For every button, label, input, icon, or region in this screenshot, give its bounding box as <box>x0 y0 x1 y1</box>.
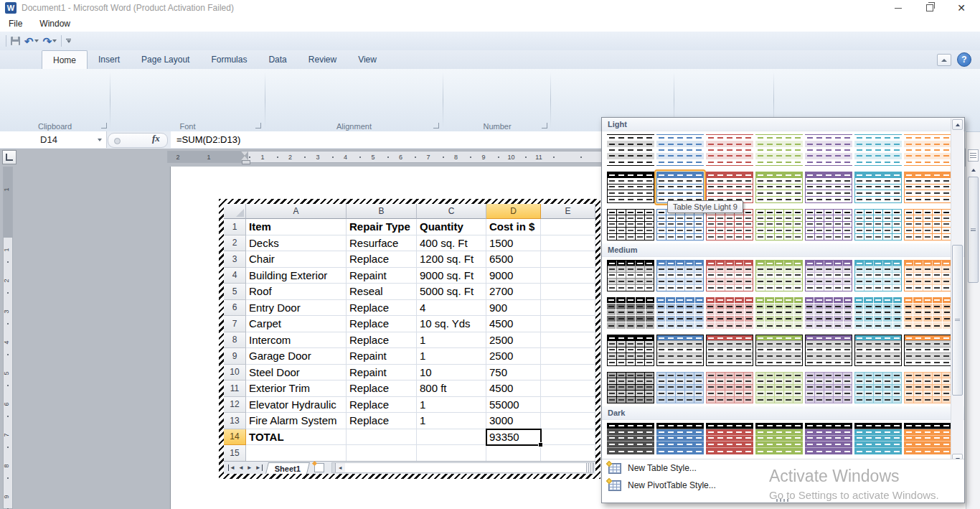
table-style-swatch[interactable] <box>607 172 654 203</box>
cell-E6[interactable] <box>541 300 595 317</box>
column-header-B[interactable]: B <box>347 204 417 219</box>
scrollbar-thumb[interactable] <box>968 177 979 283</box>
cell-C9[interactable]: 1 <box>417 348 486 365</box>
cell-A12[interactable]: Elevator Hydraulic <box>246 397 347 414</box>
cell-B9[interactable]: Repaint <box>347 348 417 365</box>
table-style-swatch[interactable] <box>706 260 753 291</box>
table-style-swatch[interactable] <box>805 423 852 454</box>
cell-B2[interactable]: Resurface <box>347 235 417 252</box>
cell-A4[interactable]: Building Exterior <box>246 268 347 284</box>
cell-C1[interactable]: Quantity <box>417 219 486 235</box>
cell-E15[interactable] <box>541 445 595 462</box>
gallery-scrollbar[interactable] <box>951 118 963 466</box>
table-style-swatch[interactable] <box>607 209 654 241</box>
table-style-swatch[interactable] <box>755 372 803 403</box>
cell-B7[interactable]: Replace <box>347 316 417 332</box>
row-header-13[interactable]: 13 <box>224 413 246 429</box>
scrollbar-grip[interactable] <box>586 463 593 472</box>
cell-E5[interactable] <box>541 284 595 300</box>
row-header-10[interactable]: 10 <box>224 365 246 381</box>
insert-worksheet-button[interactable] <box>314 463 324 472</box>
table-style-swatch[interactable] <box>755 209 803 241</box>
column-header-A[interactable]: A <box>246 204 347 219</box>
table-style-swatch[interactable] <box>706 134 753 166</box>
table-style-swatch[interactable] <box>854 209 902 241</box>
cell-A9[interactable]: Garage Door <box>246 348 347 365</box>
new-table-style-item[interactable]: New Table Style... <box>602 459 964 477</box>
cell-C2[interactable]: 400 sq. Ft <box>417 235 486 252</box>
table-style-swatch[interactable] <box>805 297 852 329</box>
tab-data[interactable]: Data <box>258 50 297 69</box>
gallery-resize-gripper[interactable] <box>776 499 791 502</box>
cell-C11[interactable]: 800 ft <box>417 380 486 397</box>
cell-C6[interactable]: 4 <box>417 300 486 317</box>
table-style-swatch[interactable] <box>805 372 852 403</box>
table-style-swatch[interactable] <box>755 335 803 366</box>
cell-D3[interactable]: 6500 <box>486 251 541 268</box>
cell-A2[interactable]: Decks <box>246 235 347 252</box>
dialog-launcher-icon[interactable] <box>433 123 439 129</box>
cell-D13[interactable]: 3000 <box>486 413 541 429</box>
cell-D4[interactable]: 9000 <box>486 268 541 284</box>
row-header-9[interactable]: 9 <box>224 348 246 365</box>
column-header-C[interactable]: C <box>417 204 486 219</box>
table-style-swatch[interactable] <box>607 134 654 166</box>
table-style-swatch[interactable] <box>656 372 704 403</box>
cell-C5[interactable]: 5000 sq. Ft <box>417 284 486 300</box>
select-all-corner[interactable] <box>224 204 246 219</box>
column-header-D[interactable]: D <box>486 204 541 219</box>
cell-C12[interactable]: 1 <box>417 397 486 414</box>
table-style-swatch[interactable] <box>805 134 852 166</box>
cell-B3[interactable]: Replace <box>347 251 417 268</box>
row-header-12[interactable]: 12 <box>224 397 246 414</box>
table-style-swatch[interactable] <box>755 260 803 291</box>
cell-E7[interactable] <box>541 316 595 332</box>
cell-B15[interactable] <box>347 445 417 462</box>
tab-page-layout[interactable]: Page Layout <box>131 50 200 69</box>
active-cell-selection[interactable] <box>486 429 542 447</box>
cell-B14[interactable] <box>347 429 417 446</box>
cell-C7[interactable]: 10 sq. Yds <box>417 316 486 332</box>
cell-C14[interactable] <box>417 429 486 446</box>
scroll-up-button[interactable] <box>952 119 963 130</box>
cell-E8[interactable] <box>541 332 595 349</box>
table-style-swatch[interactable] <box>656 134 704 166</box>
table-style-swatch[interactable] <box>607 297 654 329</box>
table-style-swatch[interactable] <box>706 172 753 203</box>
tab-formulas[interactable]: Formulas <box>200 50 258 69</box>
cell-D10[interactable]: 750 <box>486 365 541 381</box>
cell-A3[interactable]: Chair <box>246 251 347 268</box>
cell-D5[interactable]: 2700 <box>486 284 541 300</box>
cell-A6[interactable]: Entry Door <box>246 300 347 317</box>
table-style-swatch[interactable] <box>904 209 951 241</box>
save-button[interactable] <box>11 37 20 45</box>
table-style-swatch-selected[interactable] <box>656 172 704 203</box>
table-style-swatch[interactable] <box>904 172 951 203</box>
cell-D6[interactable]: 900 <box>486 300 541 317</box>
table-style-swatch[interactable] <box>854 172 902 203</box>
table-style-swatch[interactable] <box>904 423 951 454</box>
cell-E9[interactable] <box>541 348 595 365</box>
cell-B10[interactable]: Repaint <box>347 365 417 381</box>
first-sheet-button[interactable]: ◄ <box>228 464 235 471</box>
table-style-swatch[interactable] <box>904 297 951 329</box>
table-style-swatch[interactable] <box>805 335 852 366</box>
table-style-swatch[interactable] <box>904 372 951 403</box>
word-vertical-scrollbar[interactable] <box>966 132 980 509</box>
table-style-swatch[interactable] <box>755 297 803 329</box>
cell-B4[interactable]: Repaint <box>347 268 417 284</box>
table-style-swatch[interactable] <box>656 335 704 366</box>
cell-C13[interactable]: 1 <box>417 413 486 429</box>
cell-E12[interactable] <box>541 397 595 414</box>
close-button[interactable]: ✕ <box>946 0 977 16</box>
table-style-swatch[interactable] <box>607 335 654 366</box>
cell-E4[interactable] <box>541 268 595 284</box>
table-style-swatch[interactable] <box>656 423 704 454</box>
new-pivottable-style-item[interactable]: New PivotTable Style... <box>602 477 964 494</box>
table-style-swatch[interactable] <box>854 335 902 366</box>
cell-E1[interactable] <box>541 219 595 235</box>
dialog-launcher-icon[interactable] <box>542 123 547 129</box>
cell-D7[interactable]: 4500 <box>486 316 541 332</box>
dialog-launcher-icon[interactable] <box>255 123 261 129</box>
cell-D12[interactable]: 55000 <box>486 397 541 414</box>
